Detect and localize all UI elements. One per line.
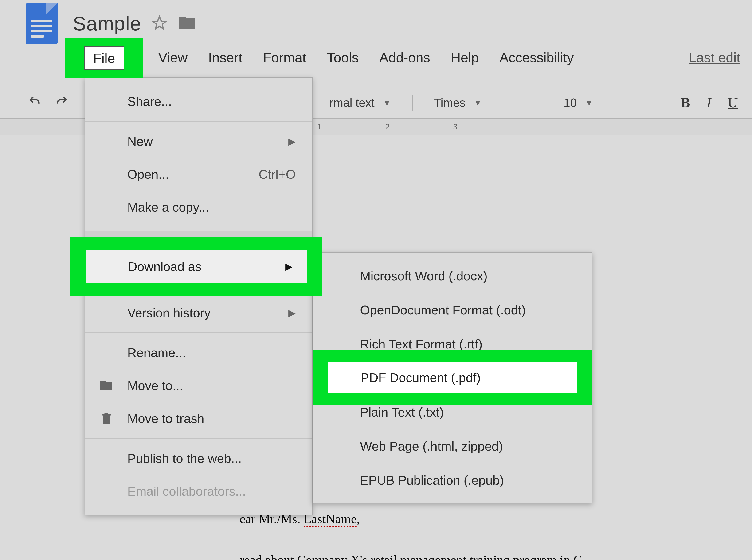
menu-item-make-copy[interactable]: Make a copy... [85,191,312,223]
menu-view[interactable]: View [157,48,189,67]
menu-item-share[interactable]: Share... [85,85,312,118]
submenu-item-pdf-highlighted[interactable]: PDF Document (.pdf) [328,362,577,393]
submenu-arrow-icon: ▶ [288,136,296,147]
submenu-item-docx[interactable]: Microsoft Word (.docx) [313,259,592,293]
font-family-dropdown[interactable]: Times ▼ [427,96,528,109]
ruler-tick: 3 [453,122,458,131]
svg-marker-0 [153,17,166,29]
chevron-down-icon: ▼ [585,98,593,108]
submenu-item-epub[interactable]: EPUB Publication (.epub) [313,463,592,497]
menu-format[interactable]: Format [262,48,307,67]
ruler-tick: 1 [317,122,322,131]
file-menu-dropdown: Share... New▶ Open...Ctrl+O Make a copy.… [84,78,312,515]
body-text: ear Mr./Ms. LastName, [240,509,745,529]
underline-button[interactable]: U [728,95,738,111]
last-edit-link[interactable]: Last edit [689,49,740,65]
font-family-value: Times [434,96,465,109]
folder-icon [98,379,114,393]
shortcut-label: Ctrl+O [258,167,296,181]
trash-icon [98,412,114,425]
submenu-item-html[interactable]: Web Page (.html, zipped) [313,429,592,463]
menu-item-publish-web[interactable]: Publish to the web... [85,442,312,475]
menu-item-move-to-trash[interactable]: Move to trash [85,402,312,435]
menu-bar: File Edit View Insert Format Tools Add-o… [71,48,752,67]
star-icon[interactable] [152,16,167,32]
menu-insert[interactable]: Insert [207,48,243,67]
bold-button[interactable]: B [681,95,690,111]
submenu-arrow-icon: ▶ [285,261,293,272]
menu-item-email-collaborators: Email collaborators... [85,475,312,508]
undo-icon[interactable] [28,95,41,111]
ruler-tick: 2 [385,122,390,131]
menu-file-highlighted[interactable]: File [84,46,124,70]
highlight-pdf-option: PDF Document (.pdf) [312,350,592,405]
menu-accessibility[interactable]: Accessibility [499,48,575,67]
font-size-dropdown[interactable]: 10 ▼ [557,96,600,109]
menu-help[interactable]: Help [450,48,480,67]
docs-logo-icon[interactable] [26,3,58,44]
italic-button[interactable]: I [707,95,711,111]
menu-item-open[interactable]: Open...Ctrl+O [85,158,312,191]
paragraph-style-value: rmal text [329,96,374,109]
submenu-item-odt[interactable]: OpenDocument Format (.odt) [313,293,592,327]
menu-item-rename[interactable]: Rename... [85,336,312,369]
folder-move-icon[interactable] [178,14,196,33]
highlight-file-menu: File [65,38,143,78]
highlight-download-as: Download as ▶ [71,237,322,296]
menu-item-move-to[interactable]: Move to... [85,369,312,402]
document-title[interactable]: Sample [73,12,141,35]
font-size-value: 10 [563,96,577,109]
submenu-arrow-icon: ▶ [288,307,296,318]
body-text: read about Company X's retail management… [240,550,745,560]
menu-addons[interactable]: Add-ons [378,48,431,67]
menu-item-version-history[interactable]: Version history▶ [85,296,312,329]
menu-item-new[interactable]: New▶ [85,125,312,158]
menu-item-download-as-highlighted[interactable]: Download as ▶ [86,250,307,283]
chevron-down-icon: ▼ [474,98,482,108]
chevron-down-icon: ▼ [383,98,391,108]
menu-tools[interactable]: Tools [326,48,360,67]
redo-icon[interactable] [55,95,68,111]
paragraph-style-dropdown[interactable]: rmal text ▼ [323,96,398,109]
